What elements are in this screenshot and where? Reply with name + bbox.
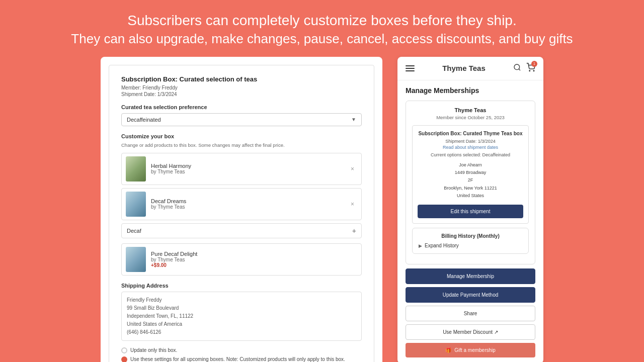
customize-label: Customize your box (121, 133, 362, 139)
svg-point-0 (514, 64, 520, 70)
ship-line4: United States (418, 192, 523, 200)
shipment-box-title: Subscription Box: Curated Thyme Teas box (418, 131, 523, 136)
search-icon[interactable] (513, 63, 521, 73)
shipment-link[interactable]: Read about shipment dates (418, 145, 523, 150)
current-options: Current options selected: Decaffeinated (418, 152, 523, 157)
billing-card: Billing History (Monthly) ▶ Expand Histo… (412, 228, 529, 254)
ship-line1: 1449 Broadway (418, 169, 523, 176)
update-payment-button[interactable]: Update Payment Method (406, 287, 535, 303)
svg-point-2 (529, 70, 530, 71)
shipment-box: Subscription Box: Curated Thyme Teas box… (412, 125, 529, 224)
gift-label: Gift a membership (454, 347, 496, 353)
product-thumb-2 (126, 192, 146, 217)
chevron-down-icon: ▼ (351, 117, 356, 122)
shipping-phone: (646) 846-6126 (127, 328, 356, 336)
remove-product-1-btn[interactable]: × (348, 164, 357, 173)
add-section-label: Decaf (127, 228, 141, 234)
membership-brand-name: Thyme Teas (412, 107, 529, 113)
member-since-text: Member since October 25, 2023 (412, 115, 529, 120)
expand-label: Expand History (425, 243, 459, 248)
cart-badge: 1 (531, 61, 537, 67)
hamburger-line-1 (406, 65, 415, 66)
product-info-2: Decaf Dreams by Thyme Teas (151, 198, 348, 210)
expand-history-btn[interactable]: ▶ Expand History (419, 243, 522, 248)
cart-icon[interactable]: 1 (526, 63, 535, 74)
shipping-line3: United States of America (127, 320, 356, 328)
radio-item-1[interactable]: Update only this box. (121, 347, 362, 354)
curated-dropdown[interactable]: Decaffeinated ▼ (121, 113, 362, 126)
radio-dot-1 (121, 347, 127, 353)
upsell-product-info: Pure Decaf Delight by Thyme Teas +$9.00 (151, 251, 357, 268)
product-item-1: Herbal Harmony by Thyme Teas × (121, 153, 362, 185)
ship-line3: Brooklyn, New York 11221 (418, 185, 523, 192)
subscription-box-editor: Subscription Box: Curated selection of t… (109, 65, 374, 362)
use-discount-button[interactable]: Use Member Discount ↗ (406, 324, 535, 340)
shipment-date-text: Shipment Date: 1/3/2024 (418, 139, 523, 144)
ship-line2: 2F (418, 176, 523, 184)
shipment-address: Joe Ahearn 1449 Broadway 2F Brooklyn, Ne… (418, 161, 523, 200)
right-panel-content: Manage Memberships Thyme Teas Member sin… (397, 80, 543, 362)
upsell-product-name: Pure Decaf Delight (151, 251, 357, 257)
svg-line-1 (519, 69, 520, 70)
curated-label: Curated tea selection preference (121, 104, 362, 110)
member-label: Member: Friendly Freddy (121, 85, 362, 90)
manage-memberships-title: Manage Memberships (406, 86, 535, 95)
svg-point-3 (533, 70, 534, 71)
mobile-header: Thyme Teas 1 (397, 57, 543, 80)
panels-container: Subscription Box: Curated selection of t… (0, 57, 644, 362)
product-item-2: Decaf Dreams by Thyme Teas × (121, 188, 362, 220)
manage-membership-button[interactable]: Manage Membership (406, 268, 535, 284)
product-thumb-1 (126, 156, 146, 182)
shipping-line1: 99 Small Biz Boulevard (127, 304, 356, 312)
hamburger-menu-icon[interactable] (406, 65, 415, 71)
product-brand-1: by Thyme Teas (151, 169, 348, 174)
header-line1: Subscribers can completely customize box… (71, 11, 573, 30)
header-icons: 1 (513, 63, 535, 74)
radio-item-2[interactable]: Use these settings for all upcoming boxe… (121, 356, 362, 362)
radio-label-2: Use these settings for all upcoming boxe… (130, 356, 345, 362)
shipping-address-block: Friendly Freddy 99 Small Biz Boulevard I… (121, 292, 362, 341)
right-panel: Thyme Teas 1 M (397, 57, 543, 362)
add-product-section[interactable]: Decaf + (121, 223, 362, 238)
hamburger-line-2 (406, 68, 415, 69)
left-panel-outer: Subscription Box: Curated selection of t… (101, 57, 382, 362)
shipping-label: Shipping Address (121, 283, 362, 289)
membership-card: Thyme Teas Member since October 25, 2023… (406, 101, 535, 264)
upsell-product-item: Pure Decaf Delight by Thyme Teas +$9.00 (121, 243, 362, 276)
radio-label-1: Update only this box. (130, 347, 177, 354)
ship-name: Joe Ahearn (418, 161, 523, 169)
brand-title: Thyme Teas (442, 64, 486, 72)
radio-dot-2 (121, 356, 127, 362)
shipping-name: Friendly Freddy (127, 296, 356, 304)
product-info-1: Herbal Harmony by Thyme Teas (151, 163, 348, 174)
billing-title: Billing History (Monthly) (419, 233, 522, 239)
header-line2: They can also upgrade, make changes, pau… (71, 30, 573, 48)
gift-icon: 🎁 (445, 347, 451, 353)
chevron-right-icon: ▶ (419, 243, 422, 248)
dropdown-value: Decaffeinated (127, 117, 161, 123)
remove-product-2-btn[interactable]: × (348, 200, 357, 209)
product-name-2: Decaf Dreams (151, 198, 348, 204)
product-brand-2: by Thyme Teas (151, 204, 348, 210)
upsell-product-brand: by Thyme Teas (151, 257, 357, 262)
radio-group: Update only this box. Use these settings… (121, 347, 362, 362)
edit-shipment-button[interactable]: Edit this shipment (418, 205, 523, 218)
upsell-product-thumb (126, 247, 146, 272)
gift-membership-button[interactable]: 🎁 Gift a membership (406, 343, 535, 357)
subscription-box-title: Subscription Box: Curated selection of t… (121, 75, 362, 83)
shipment-date: Shipment Date: 1/3/2024 (121, 92, 362, 97)
add-plus-icon[interactable]: + (352, 227, 356, 235)
product-name-1: Herbal Harmony (151, 163, 348, 169)
customize-desc: Change or add products to this box. Some… (121, 142, 362, 148)
shipping-line2: Independent Town, FL, 11122 (127, 312, 356, 320)
hamburger-line-3 (406, 70, 415, 71)
upsell-product-price: +$9.00 (151, 262, 357, 268)
header-section: Subscribers can completely customize box… (41, 0, 603, 57)
share-button[interactable]: Share (406, 306, 535, 321)
